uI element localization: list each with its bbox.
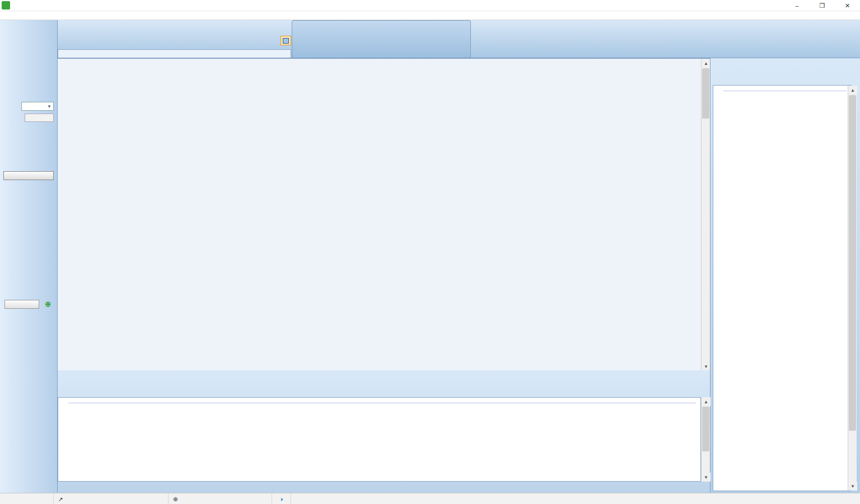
nests-panel: ▲ ▼ [710,58,860,493]
close-button[interactable]: ✕ [835,0,860,11]
app-icon [2,1,10,10]
scroll-up-icon[interactable]: ▲ [702,59,710,68]
scroll-up-icon[interactable]: ▲ [702,397,711,406]
nest-list-scrollbar[interactable]: ▲ ▼ [848,86,857,491]
toolbar-band [58,20,860,58]
left-tool-panel: ▼ ✠ [0,20,58,493]
scroll-down-icon[interactable]: ▼ [702,362,710,370]
jack-icon[interactable]: ✠ [43,300,53,309]
angle-input[interactable] [25,114,54,122]
prompt-bar [58,49,291,58]
restore-button[interactable]: ❐ [810,0,835,11]
scroll-down-icon[interactable]: ▼ [702,473,711,482]
cursor-position-icon: ↗ [58,496,63,502]
nest-canvas[interactable]: ▲ ▼ [58,58,710,370]
origin-button[interactable] [4,300,39,309]
title-bar: – ❐ ✕ [0,0,860,11]
status-bar: ↗ ⊕ ◑ [0,493,860,504]
parts-list [58,397,701,482]
menu-bar [0,11,860,20]
clearances-button[interactable] [3,171,54,180]
progress-half-icon: ◑ [279,496,283,502]
chevron-down-icon: ▼ [47,104,52,109]
nest-drawing [91,62,657,347]
material-group-header [713,86,851,96]
mode-panel [292,20,471,58]
radan-nest-editor-window: – ❐ ✕ ▼ ✠ [0,0,860,504]
orient-dropdown[interactable]: ▼ [21,102,54,111]
canvas-vertical-scrollbar[interactable]: ▲ ▼ [701,59,710,370]
reference-point-icon: ⊕ [173,496,178,502]
scroll-up-icon[interactable]: ▲ [848,86,857,95]
nests-panel-tabs [711,59,714,69]
minimize-button[interactable]: – [784,0,810,11]
nest-list [713,85,852,491]
scroll-down-icon[interactable]: ▼ [848,482,857,491]
material-group-header [58,398,700,408]
parts-scrollbar[interactable]: ▲ ▼ [701,397,710,482]
parts-panel: ▲ ▼ [58,370,710,493]
split-horizontal-icon[interactable] [281,36,291,45]
